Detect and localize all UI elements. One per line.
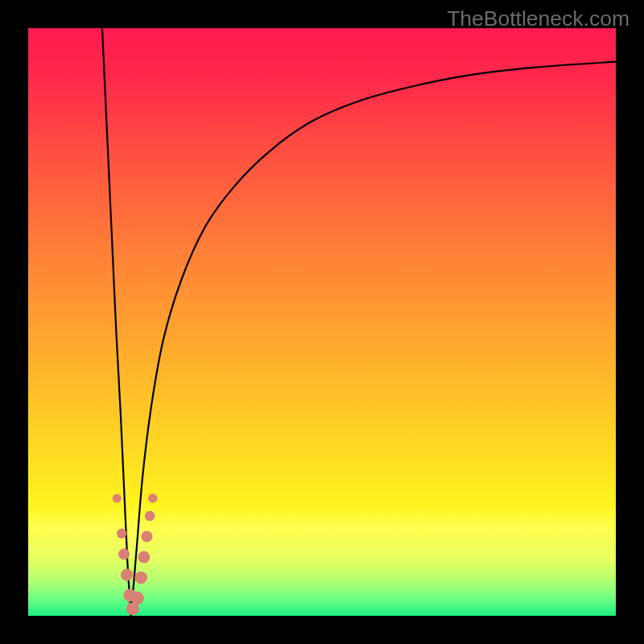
bottleneck-marker: [117, 529, 126, 539]
plot-frame: [28, 28, 616, 616]
bottleneck-marker: [141, 530, 152, 542]
bottleneck-marker: [145, 511, 155, 522]
bottleneck-marker: [121, 568, 133, 580]
bottleneck-marker: [138, 551, 150, 564]
watermark-text: TheBottleneck.com: [447, 6, 630, 31]
bottleneck-marker: [131, 592, 144, 605]
plot-svg: [28, 28, 616, 616]
bottleneck-marker: [134, 572, 147, 584]
bottleneck-marker: [118, 548, 130, 559]
bottleneck-marker: [148, 493, 158, 503]
bottleneck-marker: [113, 494, 122, 503]
